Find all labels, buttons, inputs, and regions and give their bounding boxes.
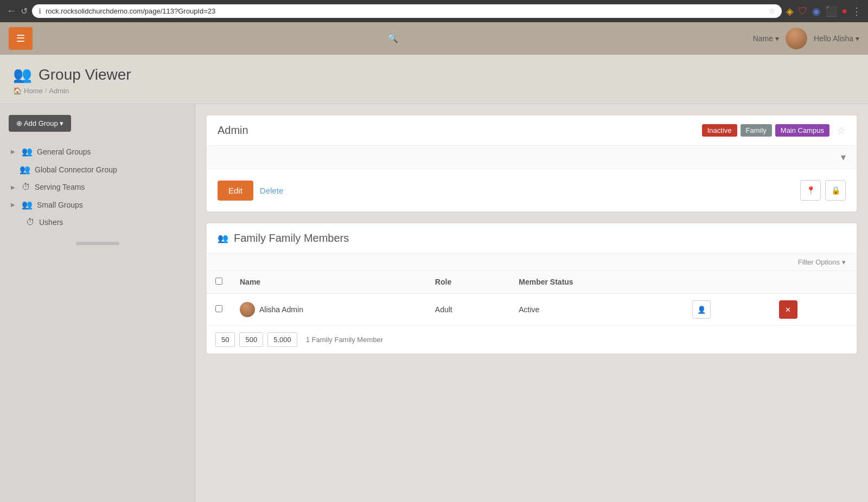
admin-action-right: 📍 🔒 bbox=[800, 180, 846, 201]
refresh-icon[interactable]: ↺ bbox=[21, 6, 28, 16]
ext-icon-1[interactable]: ◈ bbox=[786, 5, 794, 17]
row-profile-cell: 👤 bbox=[684, 293, 770, 326]
ext-icon-4[interactable]: ⬛ bbox=[825, 5, 837, 17]
browser-chrome: ← ↺ ℹ rock.rocksolidchurchdemo.com/page/… bbox=[0, 0, 868, 22]
table-header-actions2 bbox=[770, 271, 857, 293]
row-checkbox[interactable] bbox=[215, 305, 222, 312]
row-remove-cell: ✕ bbox=[770, 293, 857, 326]
page-size-500[interactable]: 500 bbox=[239, 332, 263, 347]
sidebar-item-serving-teams[interactable]: ▶ ⏱ Serving Teams bbox=[9, 178, 186, 196]
member-name-text: Alisha Admin bbox=[259, 305, 303, 314]
location-icon: 📍 bbox=[806, 186, 815, 195]
sidebar-item-general-groups[interactable]: ▶ 👥 General Groups bbox=[9, 143, 186, 160]
browser-extension-icons: ◈ 🛡 ◉ ⬛ ● ⋮ bbox=[786, 5, 861, 17]
remove-button[interactable]: ✕ bbox=[779, 300, 797, 319]
filter-chevron-icon: ▾ bbox=[842, 258, 846, 266]
hello-user[interactable]: Hello Alisha ▾ bbox=[814, 34, 859, 43]
table-header-name: Name bbox=[231, 271, 426, 293]
breadcrumb-separator: / bbox=[45, 87, 47, 95]
badge-family: Family bbox=[741, 124, 772, 137]
content-area: Admin Inactive Family Main Campus ☆ ▾ Ed… bbox=[195, 104, 868, 502]
filter-options-label: Filter Options bbox=[798, 258, 840, 266]
more-menu-icon[interactable]: ⋮ bbox=[852, 5, 861, 17]
star-icon[interactable]: ☆ bbox=[837, 125, 846, 137]
remove-icon: ✕ bbox=[785, 306, 791, 314]
hamburger-button[interactable]: ☰ bbox=[9, 27, 33, 50]
breadcrumb-home[interactable]: Home bbox=[24, 87, 43, 95]
family-members-title: Family Family Members bbox=[234, 232, 349, 244]
admin-card-badges: Inactive Family Main Campus ☆ bbox=[702, 124, 846, 137]
expand-row: ▾ bbox=[207, 146, 857, 169]
badge-inactive: Inactive bbox=[702, 124, 737, 137]
sidebar: ⊕ Add Group ▾ ▶ 👥 General Groups 👥 Globa… bbox=[0, 104, 195, 502]
avatar-image bbox=[786, 28, 807, 49]
ext-icon-2[interactable]: 🛡 bbox=[798, 5, 808, 17]
ext-icon-5[interactable]: ● bbox=[841, 5, 847, 17]
admin-card-actions: Edit Delete 📍 🔒 bbox=[207, 169, 857, 211]
sidebar-label-global-connector: Global Connector Group bbox=[35, 165, 117, 174]
breadcrumb-current: Admin bbox=[49, 87, 69, 95]
bookmark-icon[interactable]: ☆ bbox=[769, 7, 775, 15]
delete-button[interactable]: Delete bbox=[260, 186, 283, 195]
family-members-header: 👥 Family Family Members bbox=[207, 223, 857, 254]
sidebar-arrow-small-groups: ▶ bbox=[11, 202, 15, 208]
header-search-area bbox=[33, 34, 753, 43]
family-members-card: 👥 Family Family Members Filter Options ▾… bbox=[206, 223, 857, 354]
filter-options-button[interactable]: Filter Options ▾ bbox=[798, 258, 846, 266]
member-avatar bbox=[240, 302, 255, 317]
sidebar-arrow-serving-teams: ▶ bbox=[11, 184, 15, 190]
filter-row: Filter Options ▾ bbox=[207, 254, 857, 271]
sidebar-item-ushers[interactable]: ⏱ Ushers bbox=[9, 214, 186, 231]
header-search-input[interactable] bbox=[311, 34, 474, 43]
lock-button[interactable]: 🔒 bbox=[825, 180, 846, 201]
page-title-area: 👥 Group Viewer bbox=[13, 66, 855, 83]
address-bar[interactable]: ℹ rock.rocksolidchurchdemo.com/page/113?… bbox=[32, 4, 782, 18]
ext-icon-3[interactable]: ◉ bbox=[812, 5, 821, 17]
avatar[interactable] bbox=[786, 28, 807, 49]
name-dropdown[interactable]: Name ▾ bbox=[753, 34, 779, 43]
admin-card: Admin Inactive Family Main Campus ☆ ▾ Ed… bbox=[206, 115, 857, 212]
member-name-container: Alisha Admin bbox=[240, 302, 418, 317]
edit-button[interactable]: Edit bbox=[218, 181, 253, 201]
sidebar-icon-general-groups: 👥 bbox=[22, 146, 33, 157]
sidebar-item-global-connector[interactable]: 👥 Global Connector Group bbox=[9, 160, 186, 178]
app-header: ☰ Name ▾ Hello Alisha ▾ bbox=[0, 22, 868, 55]
back-icon[interactable]: ← bbox=[7, 5, 16, 17]
sidebar-icon-serving-teams: ⏱ bbox=[22, 182, 30, 192]
table-header-role: Role bbox=[426, 271, 510, 293]
home-icon: 🏠 bbox=[13, 87, 22, 95]
profile-button[interactable]: 👤 bbox=[692, 300, 711, 319]
pagination-row: 50 500 5,000 1 Family Family Member bbox=[207, 326, 857, 353]
admin-action-left: Edit Delete bbox=[218, 181, 283, 201]
row-role-cell: Adult bbox=[426, 293, 510, 326]
admin-card-title: Admin bbox=[218, 124, 248, 137]
location-button[interactable]: 📍 bbox=[800, 180, 821, 201]
page-title-text: Group Viewer bbox=[39, 66, 131, 83]
admin-card-header: Admin Inactive Family Main Campus ☆ bbox=[207, 115, 857, 146]
row-checkbox-cell bbox=[207, 293, 231, 326]
page-header: 👥 Group Viewer 🏠 Home / Admin bbox=[0, 55, 868, 104]
breadcrumb: 🏠 Home / Admin bbox=[13, 87, 855, 95]
members-table: Name Role Member Status bbox=[207, 271, 857, 326]
table-header-checkbox bbox=[207, 271, 231, 293]
select-all-checkbox[interactable] bbox=[215, 278, 222, 285]
sidebar-resize-handle[interactable] bbox=[76, 242, 119, 245]
chevron-down-icon[interactable]: ▾ bbox=[841, 151, 846, 163]
header-right: Name ▾ Hello Alisha ▾ bbox=[753, 28, 859, 49]
page-size-5000[interactable]: 5,000 bbox=[267, 332, 297, 347]
page-size-50[interactable]: 50 bbox=[215, 332, 235, 347]
lock-icon: 🔒 bbox=[831, 186, 840, 195]
sidebar-item-small-groups[interactable]: ▶ 👥 Small Groups bbox=[9, 196, 186, 214]
url-icon: ℹ bbox=[39, 7, 41, 15]
page-title-icon: 👥 bbox=[13, 66, 32, 83]
member-count: 1 Family Family Member bbox=[306, 336, 383, 344]
sidebar-label-general-groups: General Groups bbox=[37, 147, 91, 156]
table-header-row: Name Role Member Status bbox=[207, 271, 857, 293]
add-group-button[interactable]: ⊕ Add Group ▾ bbox=[9, 115, 71, 132]
sidebar-label-small-groups: Small Groups bbox=[37, 201, 83, 209]
sidebar-icon-ushers: ⏱ bbox=[26, 217, 35, 227]
sidebar-icon-small-groups: 👥 bbox=[22, 199, 33, 210]
table-header: Name Role Member Status bbox=[207, 271, 857, 293]
table-body: Alisha Admin Adult Active 👤 ✕ bbox=[207, 293, 857, 326]
sidebar-icon-global-connector: 👥 bbox=[20, 164, 30, 175]
